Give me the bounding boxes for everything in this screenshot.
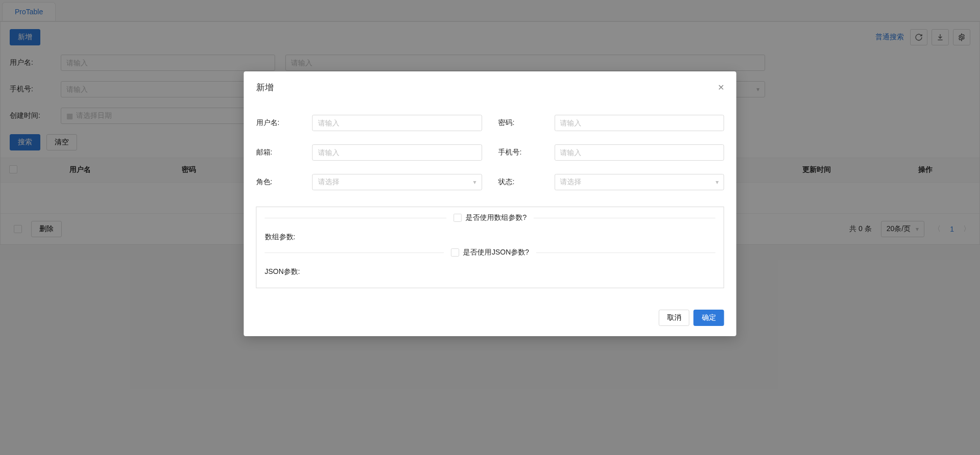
array-param-label: 数组参数:: [265, 233, 296, 241]
json-question: 是否使用JSON参数?: [463, 248, 529, 257]
m-status-select[interactable]: 请选择▾: [554, 174, 724, 190]
m-email-input[interactable]: [312, 144, 482, 161]
cancel-button[interactable]: 取消: [659, 310, 690, 326]
json-param-label: JSON参数:: [265, 267, 300, 275]
m-password-input[interactable]: [554, 115, 724, 131]
chevron-down-icon: ▾: [473, 179, 476, 186]
m-status-label: 状态:: [498, 178, 554, 187]
m-password-label: 密码:: [498, 118, 554, 128]
m-role-select-placeholder: 请选择: [318, 178, 339, 187]
m-phone-input[interactable]: [554, 144, 724, 161]
m-phone-label: 手机号:: [498, 148, 554, 157]
m-username-label: 用户名:: [256, 118, 312, 128]
m-role-select[interactable]: 请选择▾: [312, 174, 482, 190]
modal-title: 新增: [256, 82, 274, 93]
m-role-label: 角色:: [256, 178, 312, 187]
close-icon[interactable]: ✕: [718, 83, 724, 92]
chevron-down-icon: ▾: [716, 179, 719, 186]
ok-button[interactable]: 确定: [694, 310, 724, 326]
array-question: 是否使用数组参数?: [465, 213, 527, 222]
m-username-input[interactable]: [312, 115, 482, 131]
m-email-label: 邮箱:: [256, 148, 312, 157]
json-checkbox[interactable]: [451, 248, 459, 257]
array-checkbox[interactable]: [453, 214, 461, 222]
m-status-select-placeholder: 请选择: [560, 178, 581, 187]
add-modal: 新增 ✕ 用户名: 密码: 邮箱: 手机号:: [244, 71, 737, 336]
